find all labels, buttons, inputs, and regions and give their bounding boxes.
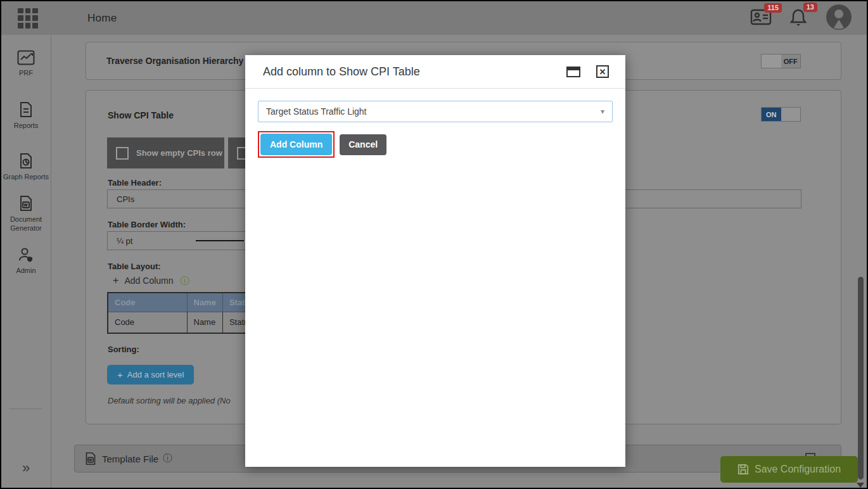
line-chart-icon xyxy=(17,50,35,65)
sidebar-item-admin[interactable]: Admin xyxy=(2,246,50,275)
contact-card-icon[interactable]: 115 xyxy=(750,8,772,29)
show-empty-cpis-checkbox[interactable] xyxy=(116,147,129,160)
highlight-outline: Add Column xyxy=(258,131,335,158)
info-icon[interactable]: ⓘ xyxy=(180,276,189,286)
modal-title: Add column to Show CPI Table xyxy=(263,65,420,79)
add-column-modal: Add column to Show CPI Table ✕ Target St… xyxy=(245,55,625,467)
sorting-label: Sorting: xyxy=(108,345,139,354)
cpi-toggle-on[interactable]: ON xyxy=(761,107,801,122)
col-header[interactable]: Code xyxy=(108,293,187,312)
app-grid-icon[interactable] xyxy=(18,8,38,29)
border-preview-line xyxy=(196,240,244,241)
traverse-hierarchy-label: Traverse Organisation Hierarchy ⓘ xyxy=(106,56,255,67)
notification-badge: 13 xyxy=(803,3,817,12)
default-sorting-note: Default sorting will be applied (No xyxy=(108,396,231,405)
table-cell: Code xyxy=(108,312,187,333)
sidebar-item-reports[interactable]: Reports xyxy=(2,101,50,130)
cancel-button[interactable]: Cancel xyxy=(340,134,386,155)
modal-header: Add column to Show CPI Table ✕ xyxy=(245,55,625,89)
word-document-icon xyxy=(19,195,33,212)
table-header-label: Table Header: xyxy=(108,178,162,187)
add-column-link[interactable]: + Add Column ⓘ xyxy=(113,275,189,287)
left-sidebar: PRF Reports Graph Reports Document Gener… xyxy=(1,35,51,488)
page-title: Home xyxy=(87,12,117,25)
table-layout-label: Table Layout: xyxy=(108,262,161,271)
sidebar-item-prf[interactable]: PRF xyxy=(2,50,50,77)
report-document-icon xyxy=(19,101,33,118)
add-column-button[interactable]: Add Column xyxy=(260,134,332,155)
scrollbar-down-arrow[interactable] xyxy=(857,483,864,488)
traverse-toggle-off[interactable]: OFF xyxy=(761,54,801,68)
table-cell: Name xyxy=(187,312,222,333)
save-floppy-icon xyxy=(737,464,749,475)
top-bar: Home 115 13 xyxy=(1,1,867,35)
sidebar-expand-chevrons[interactable]: » xyxy=(1,460,51,476)
pie-document-icon xyxy=(19,153,33,169)
col-header[interactable]: Name xyxy=(187,293,222,312)
column-type-dropdown[interactable]: Target Status Traffic Light ▾ xyxy=(258,101,613,122)
info-icon[interactable]: ⓘ xyxy=(163,453,172,464)
notification-bell-icon[interactable]: 13 xyxy=(789,8,807,29)
show-cpi-table-title: Show CPI Table xyxy=(108,110,174,120)
vertical-scrollbar-thumb[interactable] xyxy=(858,277,864,479)
sidebar-item-document-generator[interactable]: Document Generator xyxy=(2,195,50,232)
maximize-icon[interactable] xyxy=(566,67,580,77)
template-file-label: Template File xyxy=(102,454,158,464)
word-document-icon xyxy=(85,452,96,466)
add-sort-level-button[interactable]: + Add a sort level xyxy=(107,365,194,384)
save-configuration-button[interactable]: Save Configuration xyxy=(720,456,858,483)
show-empty-cpis-option[interactable]: Show empty CPIs row xyxy=(107,137,224,168)
dropdown-selected-value: Target Status Traffic Light xyxy=(266,106,367,117)
admin-user-shield-icon xyxy=(18,246,34,263)
close-icon[interactable]: ✕ xyxy=(596,65,609,78)
border-width-label: Table Border Width: xyxy=(108,220,186,229)
contact-badge: 115 xyxy=(764,3,782,13)
sidebar-item-graph-reports[interactable]: Graph Reports xyxy=(2,153,50,181)
sidebar-divider xyxy=(9,409,42,409)
chevron-down-icon: ▾ xyxy=(601,107,604,116)
user-avatar[interactable] xyxy=(825,3,853,34)
